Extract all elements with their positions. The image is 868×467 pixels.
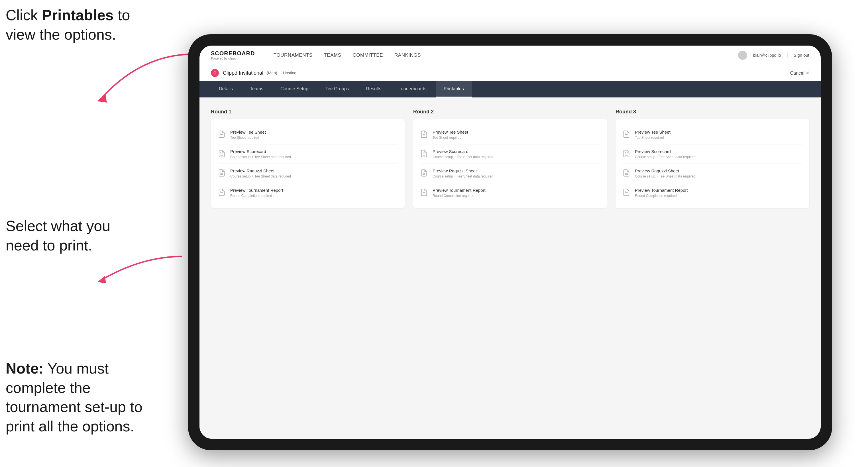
print-item-title: Preview Raguzzi Sheet (433, 168, 493, 173)
round-section-2: Round 2 Preview Tee Sheet Tee Sheet requ… (413, 109, 607, 208)
print-item-r3-i4[interactable]: Preview Tournament Report Round Completi… (622, 183, 802, 202)
print-item-sub: Tee Sheet required (433, 136, 468, 139)
round-section-1: Round 1 Preview Tee Sheet Tee Sheet requ… (211, 109, 405, 208)
tournament-bar: C Clippd Invitational (Men) Hosting Canc… (199, 65, 821, 81)
print-item-title: Preview Raguzzi Sheet (230, 168, 291, 173)
tab-leaderboards[interactable]: Leaderboards (391, 81, 435, 97)
print-item-r2-i1[interactable]: Preview Tee Sheet Tee Sheet required (420, 125, 600, 145)
print-item-sub: Course setup + Tee Sheet data required (433, 155, 493, 159)
round-title-2: Round 2 (413, 109, 607, 115)
tab-printables[interactable]: Printables (436, 81, 472, 97)
scoreboard-brand: SCOREBOARD Powered by clippd (211, 50, 256, 60)
round-card-2: Preview Tee Sheet Tee Sheet required Pre… (413, 119, 607, 208)
nav-separator: | (787, 53, 788, 58)
print-item-title: Preview Scorecard (635, 149, 695, 154)
print-item-sub: Round Completion required (230, 194, 283, 198)
arrow-to-printables (86, 51, 199, 108)
print-item-text: Preview Raguzzi Sheet Course setup + Tee… (433, 168, 493, 178)
tab-course-setup[interactable]: Course Setup (272, 81, 316, 97)
document-icon (622, 130, 630, 138)
print-item-title: Preview Tournament Report (635, 188, 688, 193)
print-item-r1-i4[interactable]: Preview Tournament Report Round Completi… (218, 183, 398, 202)
svg-marker-0 (97, 94, 107, 102)
svg-marker-1 (97, 276, 106, 283)
print-item-r3-i2[interactable]: Preview Scorecard Course setup + Tee She… (622, 145, 802, 164)
print-item-sub: Course setup + Tee Sheet data required (433, 175, 493, 178)
document-icon (420, 188, 428, 196)
print-item-text: Preview Raguzzi Sheet Course setup + Tee… (230, 168, 291, 178)
print-item-text: Preview Tournament Report Round Completi… (433, 188, 486, 198)
nav-rankings[interactable]: RANKINGS (394, 51, 421, 60)
print-item-text: Preview Raguzzi Sheet Course setup + Tee… (635, 168, 695, 178)
tournament-logo: C (211, 69, 219, 77)
print-item-sub: Tee Sheet required (635, 136, 671, 139)
print-item-text: Preview Scorecard Course setup + Tee She… (230, 149, 291, 159)
document-icon (622, 150, 630, 158)
print-item-sub: Course setup + Tee Sheet data required (230, 175, 291, 178)
tournament-name: Clippd Invitational (223, 70, 263, 76)
print-item-title: Preview Raguzzi Sheet (635, 168, 695, 173)
nav-teams[interactable]: TEAMS (324, 51, 341, 60)
user-email: blair@clippd.io (753, 53, 781, 58)
top-nav-items: TOURNAMENTS TEAMS COMMITTEE RANKINGS (274, 51, 721, 60)
document-icon (218, 150, 226, 158)
print-item-r1-i2[interactable]: Preview Scorecard Course setup + Tee She… (218, 145, 398, 164)
top-nav: SCOREBOARD Powered by clippd TOURNAMENTS… (199, 45, 821, 65)
print-item-sub: Round Completion required (635, 194, 688, 198)
document-icon (420, 130, 428, 138)
print-item-r2-i3[interactable]: Preview Raguzzi Sheet Course setup + Tee… (420, 164, 600, 183)
print-item-title: Preview Scorecard (230, 149, 291, 154)
print-item-r3-i3[interactable]: Preview Raguzzi Sheet Course setup + Tee… (622, 164, 802, 183)
round-title-1: Round 1 (211, 109, 405, 115)
tablet-screen: SCOREBOARD Powered by clippd TOURNAMENTS… (199, 45, 821, 439)
print-item-r2-i2[interactable]: Preview Scorecard Course setup + Tee She… (420, 145, 600, 164)
print-item-sub: Course setup + Tee Sheet data required (635, 155, 695, 159)
tab-results[interactable]: Results (358, 81, 389, 97)
round-card-1: Preview Tee Sheet Tee Sheet required Pre… (211, 119, 405, 208)
instruction-top: Click Printables toview the options. (6, 6, 130, 44)
note-bold: Note: (6, 360, 43, 377)
print-item-text: Preview Tee Sheet Tee Sheet required (230, 130, 266, 139)
cancel-button[interactable]: Cancel ✕ (790, 70, 809, 76)
print-item-text: Preview Scorecard Course setup + Tee She… (635, 149, 695, 159)
nav-tournaments[interactable]: TOURNAMENTS (274, 51, 312, 60)
document-icon (218, 188, 226, 196)
tab-tee-groups[interactable]: Tee Groups (317, 81, 357, 97)
tab-teams[interactable]: Teams (242, 81, 271, 97)
print-item-sub: Course setup + Tee Sheet data required (635, 175, 695, 178)
print-item-sub: Round Completion required (433, 194, 486, 198)
user-avatar (738, 51, 747, 60)
print-item-title: Preview Tournament Report (230, 188, 283, 193)
instruction-bottom: Note: You must complete the tournament s… (6, 359, 165, 436)
document-icon (622, 188, 630, 196)
print-item-r1-i3[interactable]: Preview Raguzzi Sheet Course setup + Tee… (218, 164, 398, 183)
sign-out-link[interactable]: Sign out (794, 53, 809, 58)
print-item-title: Preview Tee Sheet (635, 130, 671, 134)
print-item-title: Preview Scorecard (433, 149, 493, 154)
round-section-3: Round 3 Preview Tee Sheet Tee Sheet requ… (616, 109, 809, 208)
document-icon (420, 150, 428, 158)
print-item-r2-i4[interactable]: Preview Tournament Report Round Completi… (420, 183, 600, 202)
print-item-title: Preview Tee Sheet (230, 130, 266, 134)
document-icon (218, 130, 226, 138)
hosting-badge: Hosting (283, 71, 297, 75)
print-item-r1-i1[interactable]: Preview Tee Sheet Tee Sheet required (218, 125, 398, 145)
tab-details[interactable]: Details (211, 81, 241, 97)
sub-nav: Details Teams Course Setup Tee Groups Re… (199, 81, 821, 97)
instruction-middle: Select what you need to print. (6, 217, 110, 255)
print-item-text: Preview Scorecard Course setup + Tee She… (433, 149, 493, 159)
nav-committee[interactable]: COMMITTEE (353, 51, 383, 60)
document-icon (622, 169, 630, 177)
print-item-r3-i1[interactable]: Preview Tee Sheet Tee Sheet required (622, 125, 802, 145)
print-item-sub: Course setup + Tee Sheet data required (230, 155, 291, 159)
top-nav-right: blair@clippd.io | Sign out (738, 51, 809, 60)
print-item-title: Preview Tee Sheet (433, 130, 468, 134)
tablet-frame: SCOREBOARD Powered by clippd TOURNAMENTS… (188, 34, 832, 450)
print-item-text: Preview Tee Sheet Tee Sheet required (635, 130, 671, 139)
print-item-text: Preview Tournament Report Round Completi… (230, 188, 283, 198)
round-card-3: Preview Tee Sheet Tee Sheet required Pre… (616, 119, 809, 208)
document-icon (218, 169, 226, 177)
print-item-title: Preview Tournament Report (433, 188, 486, 193)
print-item-text: Preview Tournament Report Round Completi… (635, 188, 688, 198)
print-item-sub: Tee Sheet required (230, 136, 266, 139)
